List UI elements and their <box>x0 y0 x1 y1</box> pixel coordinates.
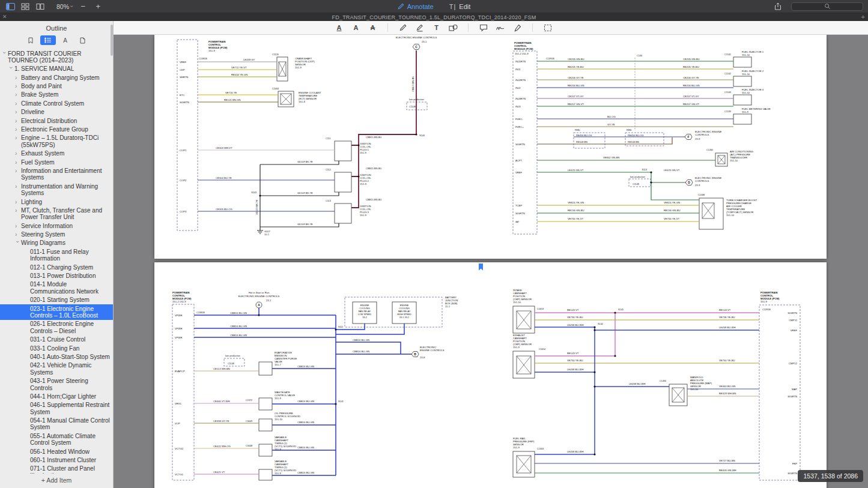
eyedropper-tool-icon[interactable] <box>513 23 522 32</box>
outline-item[interactable]: 056-1 Heated Window <box>0 447 113 456</box>
chevron-right-icon[interactable]: › <box>15 150 21 157</box>
outline-item[interactable]: ›Electronic Feature Group <box>0 125 113 134</box>
outline-item[interactable]: 026-1 Electronic Engine Controls – Diese… <box>0 320 113 336</box>
outline-item[interactable]: 011-1 Fuse and Relay Information <box>0 247 113 263</box>
text-style-icon[interactable]: A <box>351 23 360 32</box>
outline-item[interactable]: 014-1 Module Communications Network <box>0 280 113 296</box>
outline-item[interactable]: 042-1 Vehicle Dynamic Systems <box>0 361 113 377</box>
pencil-tool-icon[interactable] <box>398 23 407 32</box>
outline-item[interactable]: 046-1 Supplemental Restraint System <box>0 401 113 417</box>
outline-item[interactable]: ›Lighting <box>0 197 113 206</box>
outline-item[interactable]: ›Instrumentation and Warning Systems <box>0 182 113 197</box>
outline-item[interactable]: ›1. SERVICE MANUAL <box>0 65 113 73</box>
toolbar-divider <box>387 23 388 32</box>
highlighter-tool-icon[interactable] <box>415 23 424 32</box>
outline-item[interactable]: 044-1 Horn;Cigar Lighter <box>0 392 113 400</box>
page-bookmark-icon[interactable] <box>478 262 484 273</box>
chevron-right-icon[interactable]: › <box>15 74 21 81</box>
chevron-right-icon[interactable]: › <box>15 126 21 133</box>
chevron-right-icon[interactable]: › <box>15 91 21 98</box>
diagram-page-1[interactable]: CFDPOWERTRAINCONTROLMODULE (PCM)151-9VRE… <box>154 35 827 259</box>
outline-item[interactable]: 012-1 Charging System <box>0 263 113 271</box>
document-canvas[interactable]: CFDPOWERTRAINCONTROLMODULE (PCM)151-9VRE… <box>114 35 868 488</box>
chevron-right-icon[interactable]: › <box>15 167 21 174</box>
text-tool-icon[interactable]: T <box>432 23 441 32</box>
outline-item-label: 056-1 Heated Window <box>30 448 111 455</box>
chevron-down-icon[interactable]: › <box>14 241 21 247</box>
outline-item[interactable]: ›Fuel System <box>0 158 113 166</box>
outline-item[interactable]: ›Climate Control System <box>0 99 113 107</box>
bookmarks-view-button[interactable] <box>23 35 38 45</box>
outline-item[interactable]: 013-1 Power Distribution <box>0 272 113 280</box>
outline-item[interactable]: 020-1 Starting System <box>0 296 113 304</box>
pages-view-button[interactable] <box>75 35 91 45</box>
zoom-out-button[interactable]: − <box>78 2 88 11</box>
text-underline-style-icon[interactable]: A <box>335 23 344 32</box>
chevron-right-icon[interactable]: › <box>15 134 21 141</box>
zoom-level-dropdown[interactable]: 80% › <box>56 3 73 10</box>
svg-text:151-9: 151-9 <box>360 214 366 217</box>
outline-item[interactable]: 054-1 Manual Climate Control System <box>0 417 113 432</box>
thumbnail-view-icon[interactable] <box>20 2 30 11</box>
outline-item[interactable]: 023-1 Electronic Engine Controls – 1.0L … <box>0 304 113 320</box>
svg-text:RE456 BU-OG: RE456 BU-OG <box>628 134 643 137</box>
share-button[interactable] <box>773 2 783 11</box>
add-item-button[interactable]: + Add Item <box>0 474 113 488</box>
outline-sidebar: Outline A ›FORD TRANSIT COURIER TOURNEO … <box>0 21 114 488</box>
outline-item[interactable]: ›Engine – 1.5L Duratorq-TDCi (55kW75PS) <box>0 134 113 149</box>
outline-item[interactable]: 043-1 Power Steering Controls <box>0 377 113 393</box>
outline-item[interactable]: ›Body and Paint <box>0 82 113 91</box>
svg-text:VE755 YE-VT: VE755 YE-VT <box>664 217 679 220</box>
outline-item[interactable]: ›Electrical Distribution <box>0 116 113 125</box>
outline-item[interactable]: ›Service Information <box>0 221 113 230</box>
note-tool-icon[interactable] <box>479 23 488 32</box>
outline-item[interactable]: ›Information and Entertainment Systems <box>0 166 113 182</box>
chevron-right-icon[interactable]: › <box>15 199 21 205</box>
chevron-right-icon[interactable]: › <box>15 223 21 229</box>
chevron-right-icon[interactable]: › <box>15 231 21 238</box>
sidebar-scrollbar[interactable] <box>111 25 113 56</box>
outline-item[interactable]: ›MT, Clutch, Transfer Case and Power Tra… <box>0 206 113 221</box>
text-strike-style-icon[interactable]: A <box>368 23 377 32</box>
chevron-right-icon[interactable]: › <box>15 83 21 89</box>
chevron-right-icon[interactable]: › <box>15 159 21 166</box>
shapes-tool-icon[interactable] <box>449 23 458 32</box>
diagram-page-2[interactable]: ABPOWERTRAINCONTROLMODULE (PCM)151-2 151… <box>154 262 827 488</box>
outline-item[interactable]: ›Exhaust System <box>0 149 113 158</box>
chevron-right-icon[interactable]: › <box>15 118 21 124</box>
outline-item[interactable]: ›Wiring Diagrams <box>0 239 113 247</box>
svg-text:VE755 YE-VT: VE755 YE-VT <box>568 217 583 220</box>
svg-text:S143: S143 <box>251 191 256 194</box>
outline-item[interactable]: ›Driveline <box>0 108 113 116</box>
chevron-right-icon[interactable]: › <box>15 207 21 214</box>
outline-item[interactable]: 040-1 Auto-Start-Stop System <box>0 352 113 361</box>
chevron-right-icon[interactable]: › <box>15 183 21 190</box>
outline-view-button[interactable] <box>40 35 56 45</box>
search-input[interactable] <box>791 2 863 11</box>
outline-item[interactable]: ›Steering System <box>0 230 113 239</box>
svg-text:C1120: C1120 <box>272 53 279 56</box>
chevron-right-icon[interactable]: › <box>15 100 21 107</box>
outline-item[interactable]: 060-1 Instrument Cluster <box>0 456 113 465</box>
chevron-down-icon[interactable]: › <box>1 52 8 58</box>
outline-item[interactable]: ›FORD TRANSIT COURIER TOURNEO (2014–2023… <box>0 49 113 65</box>
two-page-view-icon[interactable] <box>35 2 45 11</box>
edit-button[interactable]: T| Edit <box>449 3 471 10</box>
svg-text:RE108 BN: RE108 BN <box>628 140 639 143</box>
new-tab-icon[interactable]: + <box>861 14 865 20</box>
zoom-in-button[interactable]: + <box>93 2 103 11</box>
annotate-button[interactable]: Annotate <box>398 3 434 10</box>
outline-item[interactable]: 055-1 Automatic Climate Control System <box>0 432 113 447</box>
chevron-down-icon[interactable]: › <box>8 67 14 73</box>
outline-item[interactable]: ›Brake System <box>0 91 113 99</box>
select-area-tool-icon[interactable] <box>543 23 552 32</box>
outline-item[interactable]: 071-1 Cluster and Panel Illumination <box>0 465 113 474</box>
signature-tool-icon[interactable] <box>496 23 505 32</box>
toggle-sidebar-button[interactable] <box>5 2 15 11</box>
outline-item[interactable]: 033-1 Cooling Fan <box>0 344 113 352</box>
outline-item[interactable]: 031-1 Cruise Control <box>0 336 113 344</box>
outline-item[interactable]: ›Battery and Charging System <box>0 73 113 82</box>
svg-text:GD109 BK-YE: GD109 BK-YE <box>297 191 313 194</box>
annotations-view-button[interactable]: A <box>58 35 73 45</box>
chevron-right-icon[interactable]: › <box>15 109 21 115</box>
